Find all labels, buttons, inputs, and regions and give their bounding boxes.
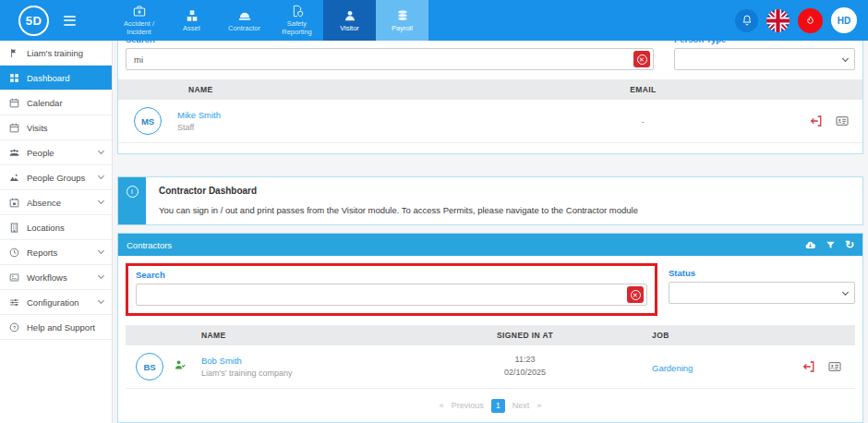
sidebar-item-visits[interactable]: Visits	[0, 115, 112, 140]
visitor-person-icon	[343, 8, 357, 23]
visitor-search-field: Search ✕	[126, 41, 654, 70]
sidebar-item-liams-training[interactable]: Liam's training	[0, 41, 112, 66]
search-label: Search	[136, 270, 647, 280]
language-flag-button[interactable]	[766, 9, 790, 32]
job-link[interactable]: Gardening	[652, 363, 693, 373]
contact-card-icon[interactable]	[835, 114, 850, 128]
tab-label: Contractor	[228, 25, 260, 33]
signed-in-at-cell: 11:23 02/10/2025	[426, 354, 624, 380]
table-row: MS Mike Smith Staff -	[118, 100, 862, 143]
sidebar-item-help-and-support[interactable]: Help and Support	[0, 315, 112, 340]
sign-out-icon[interactable]	[802, 359, 816, 374]
next-page-link[interactable]: Next	[512, 401, 530, 410]
sidebar-item-calendar[interactable]: Calendar	[0, 91, 112, 115]
sidebar-item-label: Visits	[27, 123, 48, 133]
clear-search-button[interactable]: ✕	[627, 286, 644, 303]
clear-search-button[interactable]: ✕	[633, 51, 650, 67]
previous-page-link[interactable]: Previous	[452, 401, 484, 410]
first-page-arrow[interactable]: «	[440, 401, 444, 410]
contact-card-icon[interactable]	[827, 359, 842, 374]
visitor-email-cell: -	[498, 116, 789, 127]
user-avatar[interactable]: HD	[831, 7, 857, 33]
sidebar-item-reports[interactable]: Reports	[0, 240, 112, 265]
contractors-panel-header: Contractors ↻	[118, 234, 862, 256]
people-icon	[8, 147, 20, 159]
chevron-down-icon	[98, 272, 104, 279]
panel-title: Contractors	[127, 240, 172, 250]
sidebar-item-configuration[interactable]: Configuration	[0, 290, 112, 315]
sign-out-icon[interactable]	[809, 114, 824, 128]
info-strip: i	[118, 177, 146, 224]
status-select[interactable]	[669, 282, 855, 304]
payroll-coins-icon	[395, 8, 410, 23]
sidebar-item-people-groups[interactable]: People Groups	[0, 165, 112, 190]
contractor-search-input[interactable]	[136, 284, 647, 306]
info-message: You can sign in / out and print passes f…	[159, 205, 638, 215]
building-icon	[8, 222, 20, 234]
chevron-down-icon	[98, 148, 104, 154]
refresh-icon[interactable]: ↻	[845, 239, 854, 250]
current-page-button[interactable]: 1	[491, 399, 505, 413]
signed-in-time: 11:23	[426, 354, 624, 367]
sidebar-item-label: People Groups	[27, 173, 85, 183]
avatar: MS	[134, 107, 162, 135]
notifications-button[interactable]	[735, 9, 758, 32]
sidebar-item-workflows[interactable]: Workflows	[0, 265, 112, 290]
sidebar-item-people[interactable]: People	[0, 140, 112, 165]
sidebar-item-label: Calendar	[27, 98, 63, 108]
tab-label: Safety Reporting	[273, 20, 320, 36]
cloud-download-icon[interactable]	[804, 239, 816, 251]
visitor-table-header: NAME EMAIL	[118, 79, 862, 100]
contractor-company-text: Liam's' training company	[201, 369, 426, 378]
tab-safety-reporting[interactable]: Safety Reporting	[271, 0, 323, 41]
sidebar-item-label: Configuration	[27, 297, 79, 308]
visitor-name-link[interactable]: Mike Smith	[177, 110, 498, 120]
first-aid-icon	[132, 4, 147, 18]
sidebar-item-label: People	[27, 148, 54, 158]
contractor-pagination: « Previous 1 Next »	[126, 389, 855, 422]
avatar: BS	[136, 353, 163, 381]
contractor-search-field: Search ✕	[136, 270, 647, 306]
tab-asset[interactable]: Asset	[165, 0, 218, 41]
module-tabs: Accident / Incident Asset Contractor Saf…	[113, 0, 428, 41]
contractor-name-link[interactable]: Bob Smith	[201, 356, 426, 366]
chevron-down-icon	[98, 173, 104, 179]
sidebar-item-label: Locations	[27, 223, 65, 233]
flag-icon	[8, 47, 20, 59]
hamburger-menu-icon[interactable]	[64, 16, 76, 26]
chevron-down-icon	[842, 289, 849, 296]
chevron-down-icon	[98, 198, 104, 204]
person-type-label: Person Type	[674, 41, 855, 44]
last-page-arrow[interactable]: »	[536, 401, 541, 410]
visitors-panel: Search ✕ Person Type NAME EMAIL	[117, 41, 863, 154]
main-content: Search ✕ Person Type NAME EMAIL	[113, 41, 868, 423]
bell-icon	[741, 14, 753, 27]
filter-icon[interactable]	[825, 239, 837, 251]
column-header-email: EMAIL	[498, 85, 789, 94]
tab-accident-incident[interactable]: Accident / Incident	[113, 0, 165, 41]
sidebar-item-label: Reports	[27, 248, 57, 258]
sidebar-item-label: Help and Support	[27, 322, 95, 332]
calendar-icon	[8, 97, 20, 109]
info-icon: i	[127, 186, 139, 198]
visitor-type-text: Staff	[177, 123, 498, 132]
tab-visitor[interactable]: Visitor	[323, 0, 376, 41]
people-groups-icon	[8, 172, 20, 184]
tab-contractor[interactable]: Contractor	[218, 0, 271, 41]
sidebar-item-dashboard[interactable]: Dashboard	[0, 66, 112, 91]
support-widget-button[interactable]	[798, 8, 823, 33]
contractors-panel: Contractors ↻ Search ✕	[117, 233, 863, 423]
status-field: Status	[669, 263, 855, 304]
tab-payroll[interactable]: Payroll	[376, 0, 428, 41]
sidebar: Liam's training Dashboard Calendar Visit…	[0, 41, 113, 423]
sidebar-item-locations[interactable]: Locations	[0, 215, 112, 240]
person-type-select[interactable]	[674, 48, 855, 70]
visitor-search-input[interactable]	[126, 48, 654, 70]
uk-flag-icon	[766, 9, 790, 32]
contractor-dashboard-info-box: i Contractor Dashboard You can sign in /…	[117, 176, 863, 225]
sidebar-item-absence[interactable]: Absence	[0, 190, 112, 215]
tab-label: Accident / Incident	[115, 20, 163, 36]
signed-in-date: 02/10/2025	[426, 367, 624, 380]
sidebar-item-label: Workflows	[27, 272, 67, 283]
column-header-name: NAME	[177, 85, 498, 94]
